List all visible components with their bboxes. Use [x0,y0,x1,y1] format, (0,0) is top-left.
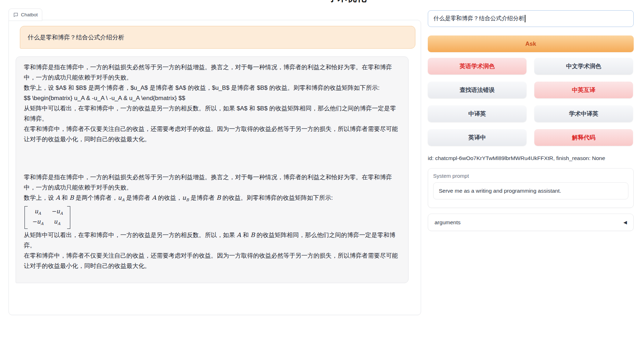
quick-button-en-to-zh[interactable]: 英译中 [428,129,526,146]
system-prompt-label: System prompt [433,173,628,179]
question-input-value: 什么是零和博弈？结合公式介绍分析 [433,15,524,22]
quick-button-zh-en-mutual-translate[interactable]: 中英互译 [534,82,633,98]
payoff-matrix: uA−uA−uAuA [24,206,70,229]
quick-button-academic-zh-to-en[interactable]: 学术中译英 [534,105,633,122]
user-message-bubble: 什么是零和博弈？结合公式介绍分析 [20,26,415,49]
bot-message-content: 零和博弈是指在博弈中，一方的利益损失必然等于另一方的利益增益。换言之，对于每一种… [24,62,400,271]
bot-message-paragraph: 零和博弈是指在博弈中，一方的利益损失必然等于另一方的利益增益。换言之，对于每一种… [24,62,400,83]
quick-button-english-academic-polish[interactable]: 英语学术润色 [428,58,526,75]
quick-button-zh-to-en[interactable]: 中译英 [428,105,526,122]
system-prompt-group: System prompt Serve me as a writing and … [428,168,634,208]
app-root: 学术优化 Chatbot 什么是零和博弈？结合公式介绍分析 零和博弈是指在博弈中… [0,0,644,341]
ask-button[interactable]: Ask [428,35,634,52]
bot-message-paragraph: $$ \begin{bmatrix} u_A & -u_A \ -u_A & u… [24,93,400,103]
bot-message-bubble: 零和博弈是指在博弈中，一方的利益损失必然等于另一方的利益增益。换言之，对于每一种… [16,56,409,283]
chatbot-panel-label-text: Chatbot [21,12,38,17]
system-prompt-value: Serve me as a writing and programming as… [439,188,561,194]
chatbot-panel: 什么是零和博弈？结合公式介绍分析 零和博弈是指在博弈中，一方的利益损失必然等于另… [9,20,421,315]
bot-message-paragraph: 零和博弈是指在博弈中，一方的利益损失必然等于另一方的利益增益。换言之，对于每一种… [24,172,400,193]
bot-message-paragraph: 数学上，设 A 和 B 是两个博弈者，uA 是博弈者 A 的收益，uB 是博弈者… [24,193,400,205]
completion-status-line: id: chatcmpl-6wOo7KrYTwMl89lbrMWRu4UkFFX… [428,155,634,161]
system-prompt-input[interactable]: Serve me as a writing and programming as… [433,182,628,199]
clipped-page-title: 学术优化 [322,0,372,3]
bot-message-paragraph: 从矩阵中可以看出，在零和博弈中，一方的收益是另一方的相反数。所以，如果 $A$ … [24,103,400,124]
chat-bubble-icon [13,12,18,17]
bot-message-paragraph: 数学上，设 $A$ 和 $B$ 是两个博弈者，$u_A$ 是博弈者 $A$ 的收… [24,83,400,93]
bot-message-paragraph: 从矩阵中可以看出，在零和博弈中，一方的收益是另一方的相反数。所以，如果 A 和 … [24,230,400,251]
bot-message-paragraph: 在零和博弈中，博弈者不仅要关注自己的收益，还需要考虑对手的收益。因为一方取得的收… [24,124,400,144]
user-message-text: 什么是零和博弈？结合公式介绍分析 [28,33,124,42]
question-input[interactable]: 什么是零和博弈？结合公式介绍分析 [428,10,634,27]
arguments-accordion-label: arguments [435,219,460,226]
quick-button-explain-code[interactable]: 解释代码 [534,129,633,146]
bot-message-paragraph: 在零和博弈中，博弈者不仅要关注自己的收益，还需要考虑对手的收益。因为一方取得的收… [24,251,400,271]
text-caret [525,15,525,22]
quick-button-chinese-academic-polish[interactable]: 中文学术润色 [534,58,633,75]
arguments-accordion-header[interactable]: arguments ◀ [428,214,634,231]
chatbot-panel-label: Chatbot [9,9,42,21]
collapse-arrow-icon: ◀ [623,220,627,225]
quick-button-find-grammar-errors[interactable]: 查找语法错误 [428,82,526,98]
